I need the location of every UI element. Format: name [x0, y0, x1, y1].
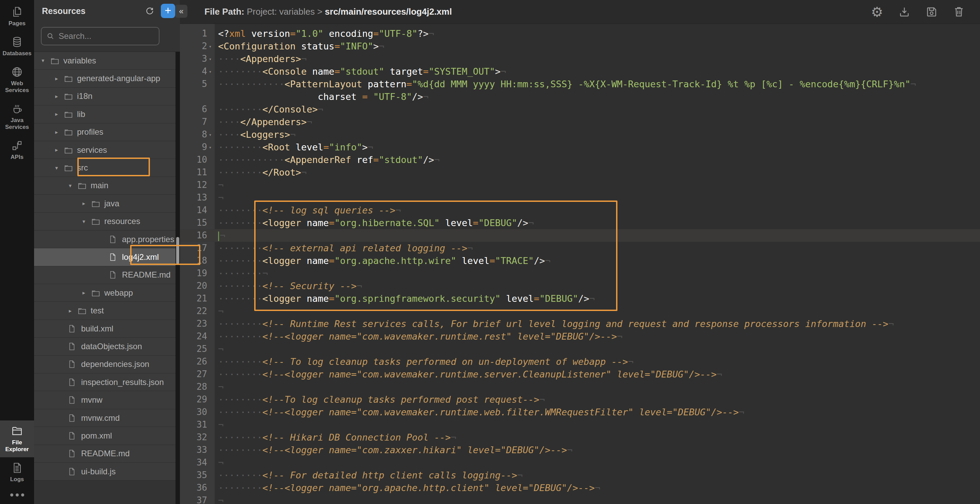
database-icon	[11, 36, 23, 48]
code-editor[interactable]: 1<?xml version="1.0" encoding="UTF-8"?>¬…	[180, 24, 980, 504]
line-number: 34	[180, 456, 215, 469]
globe-icon	[11, 66, 23, 78]
code-text: ········<logger name="org.hibernate.SQL"…	[215, 217, 980, 229]
tree-item-ui-build.js[interactable]: ui-build.js	[34, 463, 175, 480]
folder-icon	[78, 182, 87, 190]
refresh-button[interactable]	[144, 5, 155, 17]
code-text: ········<Console name="stdout" target="S…	[215, 65, 980, 78]
tree-item-lib[interactable]: ▸lib	[34, 105, 175, 123]
delete-button[interactable]	[952, 5, 966, 19]
rail-item-label: Web Services	[1, 80, 33, 94]
chevron-right-icon[interactable]: ▸	[55, 111, 64, 117]
tree-item-log4j2.xml[interactable]: log4j2.xml	[34, 248, 175, 266]
save-icon	[926, 6, 938, 18]
code-text: ········</Console>¬	[215, 103, 980, 116]
tree-item-mvnw.cmd[interactable]: mvnw.cmd	[34, 409, 175, 427]
tree-item-webapp[interactable]: ▸webapp	[34, 284, 175, 302]
chevron-right-icon[interactable]: ▸	[69, 308, 78, 314]
code-text: ¬	[215, 381, 980, 393]
tree-item-mvnw[interactable]: mvnw	[34, 391, 175, 409]
rail-item-logs[interactable]: Logs	[0, 457, 34, 487]
tree-item-main[interactable]: ▾main	[34, 177, 175, 195]
chevron-down-icon[interactable]: ▾	[83, 218, 91, 225]
tree-item-readme.md[interactable]: README.md	[34, 266, 175, 284]
fold-toggle-icon[interactable]: ▾	[207, 129, 213, 141]
rail-item-java-services[interactable]: Java Services	[0, 98, 34, 135]
pages-icon	[11, 6, 23, 18]
code-text: ········<Root level="info">¬	[215, 141, 980, 153]
ide-window: PagesDatabasesWeb ServicesJava ServicesA…	[0, 0, 980, 504]
tree-item-pom.xml[interactable]: pom.xml	[34, 427, 175, 445]
tree-item-readme.md[interactable]: README.md	[34, 445, 175, 463]
code-line-17: 17········<!-- external api related logg…	[180, 242, 980, 254]
fold-toggle-icon[interactable]: ▾	[207, 65, 213, 78]
code-line-20: 20········<!-- Security -->¬	[180, 280, 980, 292]
line-number: 26	[180, 355, 215, 368]
chevron-right-icon[interactable]: ▸	[83, 290, 91, 296]
code-line-wrap: charset = "UTF-8"/>¬	[180, 90, 980, 103]
fold-toggle-icon[interactable]: ▾	[207, 40, 213, 53]
line-number: 32	[180, 431, 215, 443]
line-number: 31	[180, 418, 215, 431]
tree-item-build.xml[interactable]: build.xml	[34, 320, 175, 338]
code-text: ¬	[215, 191, 980, 204]
chevron-down-icon[interactable]: ▾	[55, 165, 64, 171]
tree-item-app.properties[interactable]: app.properties	[34, 231, 175, 248]
tree-scrollbar-thumb[interactable]	[176, 237, 179, 264]
download-button[interactable]	[897, 5, 911, 19]
chevron-right-icon[interactable]: ▸	[83, 200, 91, 207]
tree-item-dependencies.json[interactable]: dependencies.json	[34, 356, 175, 373]
folder-icon	[11, 425, 23, 437]
code-line-34: 34¬	[180, 456, 980, 469]
rail-item-pages[interactable]: Pages	[0, 2, 34, 31]
tree-item-java[interactable]: ▸java	[34, 195, 175, 212]
file-icon	[68, 396, 77, 404]
line-number: 23	[180, 317, 215, 330]
settings-button[interactable]: ⚙	[870, 5, 884, 19]
code-line-35: 35········<!-- For detailed http client …	[180, 469, 980, 482]
code-line-26: 26········<!-- To log cleanup tasks perf…	[180, 355, 980, 368]
chevron-right-icon[interactable]: ▸	[55, 75, 64, 82]
collapse-sidebar-button[interactable]: «	[175, 5, 188, 18]
code-text: ········<logger name="org.apache.http.wi…	[215, 254, 980, 267]
tree-item-dataobjects.json[interactable]: dataObjects.json	[34, 338, 175, 355]
rail-item-file-explorer[interactable]: File Explorer	[0, 421, 34, 457]
search-box[interactable]	[41, 27, 159, 45]
chevron-down-icon[interactable]: ▾	[69, 182, 78, 189]
tree-item-resources[interactable]: ▾resources	[34, 213, 175, 231]
chevron-right-icon[interactable]: ▸	[55, 129, 64, 136]
line-number: 35	[180, 469, 215, 482]
search-input[interactable]	[59, 31, 164, 41]
file-icon	[68, 378, 77, 386]
tree-item-inspection_results.json[interactable]: inspection_results.json	[34, 373, 175, 391]
add-resource-button[interactable]: +	[161, 4, 175, 18]
rail-item-web-services[interactable]: Web Services	[0, 61, 34, 98]
code-line-11: 11········</Root>¬	[180, 166, 980, 179]
chevron-right-icon[interactable]: ▸	[55, 93, 64, 100]
fold-toggle-icon[interactable]: ▾	[207, 141, 213, 154]
chevron-right-icon[interactable]: ▸	[55, 147, 64, 153]
tree-scrollbar-track[interactable]	[175, 52, 180, 504]
tree-item-i18n[interactable]: ▸i18n	[34, 88, 175, 105]
rail-item-apis[interactable]: APIs	[0, 135, 34, 165]
line-number	[180, 90, 215, 103]
line-number: 4▾	[180, 65, 215, 78]
tree-item-variables[interactable]: ▾variables	[34, 52, 175, 70]
tree-item-label: lib	[77, 110, 85, 119]
tree-item-src[interactable]: ▾src	[34, 159, 175, 177]
rail-item-databases[interactable]: Databases	[0, 31, 34, 61]
tree-item-services[interactable]: ▸services	[34, 141, 175, 159]
chevron-down-icon[interactable]: ▾	[41, 57, 51, 64]
save-button[interactable]	[925, 5, 939, 19]
file-icon	[68, 414, 77, 422]
code-line-33: 33········<!--<logger name="com.zaxxer.h…	[180, 443, 980, 456]
code-content: 1<?xml version="1.0" encoding="UTF-8"?>¬…	[180, 27, 980, 504]
gear-icon: ⚙	[871, 5, 883, 19]
more-options-button[interactable]	[0, 487, 34, 499]
line-number: 37	[180, 494, 215, 504]
tree-item-generated-angular-app[interactable]: ▸generated-angular-app	[34, 70, 175, 87]
tree-item-profiles[interactable]: ▸profiles	[34, 123, 175, 141]
fold-toggle-icon[interactable]: ▾	[207, 53, 213, 65]
tree-item-label: profiles	[77, 127, 103, 137]
tree-item-test[interactable]: ▸test	[34, 302, 175, 319]
